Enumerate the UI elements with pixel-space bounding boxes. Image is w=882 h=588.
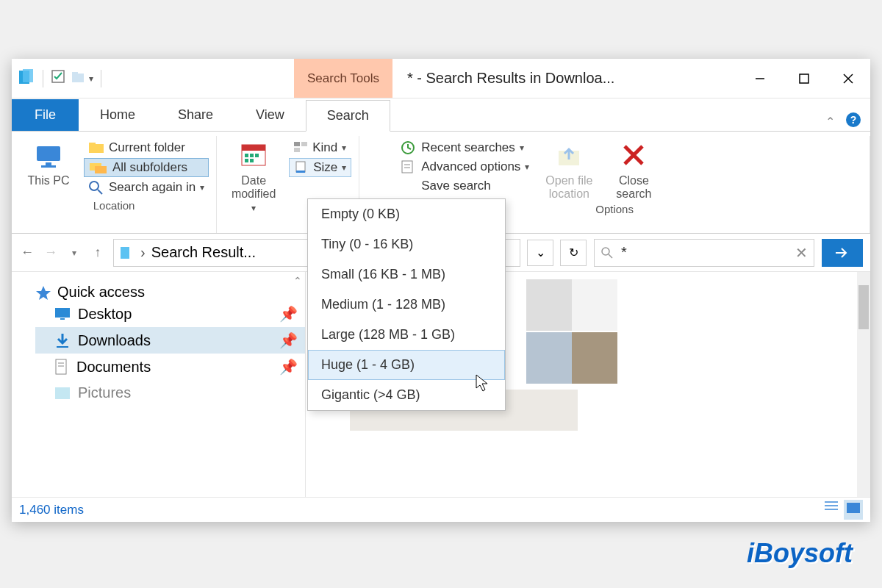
nav-downloads[interactable]: Downloads 📌 xyxy=(35,327,305,354)
subfolders-icon xyxy=(89,160,108,175)
quick-access-header[interactable]: Quick access xyxy=(35,284,305,301)
this-pc-label: This PC xyxy=(28,174,70,187)
scroll-up-icon[interactable]: ⌃ xyxy=(293,275,302,287)
tab-home[interactable]: Home xyxy=(79,99,157,131)
vertical-scrollbar[interactable] xyxy=(857,272,870,497)
group-location: This PC Current folder All subfolders Se… xyxy=(12,136,217,233)
search-icon xyxy=(88,180,104,195)
address-dropdown-button[interactable]: ⌄ xyxy=(527,240,553,266)
tab-search[interactable]: Search xyxy=(306,100,390,132)
file-thumbnail[interactable] xyxy=(572,332,617,384)
svg-rect-26 xyxy=(250,159,254,162)
all-subfolders-button[interactable]: All subfolders xyxy=(84,158,209,177)
svg-rect-23 xyxy=(250,154,254,157)
size-button[interactable]: Size xyxy=(289,158,351,177)
nav-documents-label: Documents xyxy=(76,359,151,376)
svg-line-41 xyxy=(609,254,612,258)
size-option-tiny[interactable]: Tiny (0 - 16 KB) xyxy=(308,229,505,259)
size-option-empty[interactable]: Empty (0 KB) xyxy=(308,199,505,229)
tab-share[interactable]: Share xyxy=(157,99,234,131)
back-button[interactable]: ← xyxy=(19,245,35,261)
calendar-icon xyxy=(237,139,270,171)
search-again-button[interactable]: Search again in xyxy=(84,179,209,196)
search-again-label: Search again in xyxy=(109,180,196,195)
collapse-ribbon-icon[interactable]: ⌃ xyxy=(825,115,835,129)
svg-rect-43 xyxy=(55,308,70,318)
pin-icon: 📌 xyxy=(279,305,298,323)
advanced-options-label: Advanced options xyxy=(421,159,520,174)
scrollbar-thumb[interactable] xyxy=(858,285,869,329)
contextual-tab-label: Search Tools xyxy=(294,59,392,98)
date-modified-button[interactable]: Date modified xyxy=(224,139,283,213)
star-icon xyxy=(35,284,51,301)
minimize-button[interactable] xyxy=(738,59,782,98)
svg-rect-4 xyxy=(72,72,78,75)
kind-button[interactable]: Kind xyxy=(289,139,351,157)
current-folder-button[interactable]: Current folder xyxy=(84,139,209,157)
size-icon xyxy=(294,161,309,174)
help-icon[interactable]: ? xyxy=(845,112,861,131)
svg-rect-13 xyxy=(41,165,56,168)
nav-desktop[interactable]: Desktop 📌 xyxy=(35,301,305,327)
svg-rect-11 xyxy=(37,146,60,161)
maximize-button[interactable] xyxy=(782,59,826,98)
search-icon xyxy=(600,246,614,259)
close-search-button[interactable]: Close search xyxy=(604,139,663,200)
date-modified-label: Date modified xyxy=(229,174,279,200)
size-option-large[interactable]: Large (128 MB - 1 GB) xyxy=(308,320,505,350)
details-view-button[interactable] xyxy=(823,500,839,520)
this-pc-button[interactable]: This PC xyxy=(19,139,78,187)
kind-icon xyxy=(293,141,308,154)
forward-button[interactable]: → xyxy=(43,245,59,261)
save-search-button[interactable]: Save search xyxy=(396,177,534,195)
quick-access-toolbar: ▾ xyxy=(12,59,110,98)
nav-documents[interactable]: Documents 📌 xyxy=(35,354,305,380)
size-option-small[interactable]: Small (16 KB - 1 MB) xyxy=(308,259,505,290)
search-result-icon xyxy=(118,245,135,261)
breadcrumb-text: Search Result... xyxy=(151,244,256,261)
nav-pictures[interactable]: Pictures xyxy=(35,380,305,406)
search-box[interactable]: * ✕ xyxy=(594,239,814,267)
thumbnails-view-button[interactable] xyxy=(844,500,863,520)
picture-icon xyxy=(54,387,71,400)
svg-rect-29 xyxy=(294,148,300,152)
search-query-text: * xyxy=(621,244,627,261)
svg-rect-49 xyxy=(55,387,70,399)
navigation-pane: ⌃ Quick access Desktop 📌 Downloads 📌 xyxy=(12,272,306,497)
recent-locations-button[interactable]: ▾ xyxy=(66,245,82,261)
app-icon xyxy=(16,68,35,90)
tab-file[interactable]: File xyxy=(12,99,79,131)
svg-line-19 xyxy=(98,190,102,194)
advanced-options-button[interactable]: Advanced options xyxy=(396,158,534,176)
new-folder-icon[interactable] xyxy=(70,69,86,88)
up-button[interactable]: ↑ xyxy=(90,245,106,261)
svg-rect-33 xyxy=(402,161,412,173)
size-label: Size xyxy=(313,160,337,175)
svg-rect-24 xyxy=(255,154,259,157)
tab-view[interactable]: View xyxy=(234,99,306,131)
qat-customize-icon[interactable]: ▾ xyxy=(89,74,93,84)
svg-rect-27 xyxy=(294,142,300,146)
properties-icon[interactable] xyxy=(51,69,67,88)
svg-rect-1 xyxy=(23,69,33,82)
search-go-button[interactable] xyxy=(822,239,863,267)
recent-icon xyxy=(401,140,417,155)
nav-downloads-label: Downloads xyxy=(78,332,151,349)
close-search-label: Close search xyxy=(609,174,659,200)
file-thumbnail[interactable] xyxy=(526,332,572,384)
kind-label: Kind xyxy=(312,140,337,155)
clear-search-icon[interactable]: ✕ xyxy=(795,244,808,262)
close-button[interactable] xyxy=(826,59,870,98)
desktop-icon xyxy=(54,307,71,320)
file-thumbnail[interactable] xyxy=(572,279,617,331)
file-thumbnail[interactable] xyxy=(526,279,572,331)
window-controls xyxy=(738,59,870,98)
open-file-location-button[interactable]: Open file location xyxy=(539,139,598,200)
status-bar: 1,460 items xyxy=(12,497,870,522)
recent-searches-button[interactable]: Recent searches xyxy=(396,139,534,157)
document-icon xyxy=(54,359,69,375)
watermark: iBoysoft xyxy=(747,538,853,569)
all-subfolders-label: All subfolders xyxy=(112,160,187,175)
size-option-medium[interactable]: Medium (1 - 128 MB) xyxy=(308,290,505,320)
refresh-button[interactable]: ↻ xyxy=(560,240,587,266)
